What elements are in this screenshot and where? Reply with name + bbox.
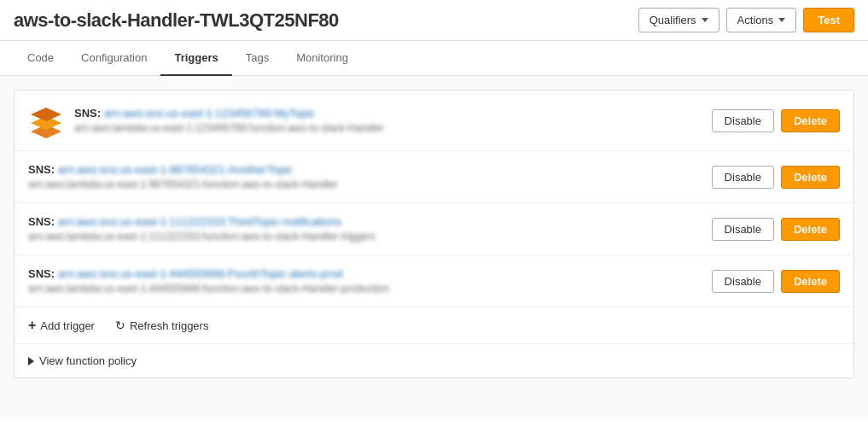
plus-icon: +: [28, 318, 36, 333]
sns-icon: [28, 102, 64, 138]
table-row: SNS: arn:aws:sns:us-east-1:123456789:MyT…: [15, 91, 853, 151]
trigger-subtitle: arn:aws:lambda:us-east-1:987654321:funct…: [28, 178, 702, 190]
qualifiers-chevron-icon: [702, 18, 708, 22]
page-title: aws-to-slack-Handler-TWL3QT25NF80: [14, 9, 638, 32]
svg-marker-2: [31, 108, 61, 121]
table-row: SNS: arn:aws:sns:us-east-1:111222333:Thi…: [15, 203, 853, 255]
table-row: SNS: arn:aws:sns:us-east-1:987654321:Ano…: [15, 151, 853, 203]
trigger-info: SNS: arn:aws:sns:us-east-1:123456789:MyT…: [74, 107, 702, 134]
tabs-bar: Code Configuration Triggers Tags Monitor…: [0, 41, 868, 76]
trigger-actions: Disable Delete: [712, 270, 840, 293]
trigger-title: SNS: arn:aws:sns:us-east-1:444555666:Fou…: [28, 267, 702, 280]
delete-button[interactable]: Delete: [781, 166, 840, 189]
trigger-actions: Disable Delete: [712, 218, 840, 241]
bottom-bar: + Add trigger ↻ Refresh triggers: [15, 307, 853, 343]
tab-configuration[interactable]: Configuration: [67, 41, 160, 76]
add-trigger-label: Add trigger: [40, 319, 95, 332]
disable-button[interactable]: Disable: [712, 270, 774, 293]
trigger-subtitle: arn:aws:lambda:us-east-1:444555666:funct…: [28, 283, 702, 295]
actions-chevron-icon: [778, 18, 785, 22]
trigger-subtitle: arn:aws:lambda:us-east-1:111222333:funct…: [28, 231, 702, 243]
trigger-title: SNS: arn:aws:sns:us-east-1:111222333:Thi…: [28, 215, 702, 228]
tab-tags[interactable]: Tags: [232, 41, 283, 76]
tab-code[interactable]: Code: [14, 41, 67, 76]
refresh-label: Refresh triggers: [130, 319, 208, 332]
header: aws-to-slack-Handler-TWL3QT25NF80 Qualif…: [0, 0, 868, 41]
test-button[interactable]: Test: [803, 8, 854, 32]
trigger-info: SNS: arn:aws:sns:us-east-1:111222333:Thi…: [28, 215, 702, 243]
tab-monitoring[interactable]: Monitoring: [283, 41, 362, 76]
trigger-actions: Disable Delete: [712, 109, 840, 132]
header-actions: Qualifiers Actions Test: [638, 8, 854, 32]
tab-triggers[interactable]: Triggers: [160, 41, 231, 76]
refresh-icon: ↻: [115, 319, 125, 332]
trigger-actions: Disable Delete: [712, 166, 840, 189]
actions-button[interactable]: Actions: [726, 8, 797, 32]
qualifiers-label: Qualifiers: [650, 14, 696, 26]
trigger-title: SNS: arn:aws:sns:us-east-1:123456789:MyT…: [74, 107, 702, 120]
add-trigger-button[interactable]: + Add trigger: [28, 318, 95, 333]
policy-label: View function policy: [39, 354, 137, 367]
delete-button[interactable]: Delete: [781, 218, 840, 241]
disable-button[interactable]: Disable: [712, 218, 774, 241]
chevron-right-icon: [28, 357, 34, 366]
trigger-subtitle: arn:aws:lambda:us-east-1:123456789:funct…: [74, 122, 702, 134]
trigger-info: SNS: arn:aws:sns:us-east-1:987654321:Ano…: [28, 163, 702, 190]
trigger-title: SNS: arn:aws:sns:us-east-1:987654321:Ano…: [28, 163, 702, 176]
delete-button[interactable]: Delete: [781, 270, 840, 293]
qualifiers-button[interactable]: Qualifiers: [638, 8, 719, 32]
view-function-policy-section[interactable]: View function policy: [15, 343, 853, 377]
delete-button[interactable]: Delete: [781, 109, 840, 132]
trigger-info: SNS: arn:aws:sns:us-east-1:444555666:Fou…: [28, 267, 702, 295]
triggers-container: SNS: arn:aws:sns:us-east-1:123456789:MyT…: [14, 90, 854, 378]
disable-button[interactable]: Disable: [712, 166, 774, 189]
main-content: SNS: arn:aws:sns:us-east-1:123456789:MyT…: [0, 76, 868, 418]
table-row: SNS: arn:aws:sns:us-east-1:444555666:Fou…: [15, 255, 853, 307]
actions-label: Actions: [737, 14, 774, 26]
disable-button[interactable]: Disable: [712, 109, 774, 132]
refresh-triggers-button[interactable]: ↻ Refresh triggers: [115, 319, 208, 332]
